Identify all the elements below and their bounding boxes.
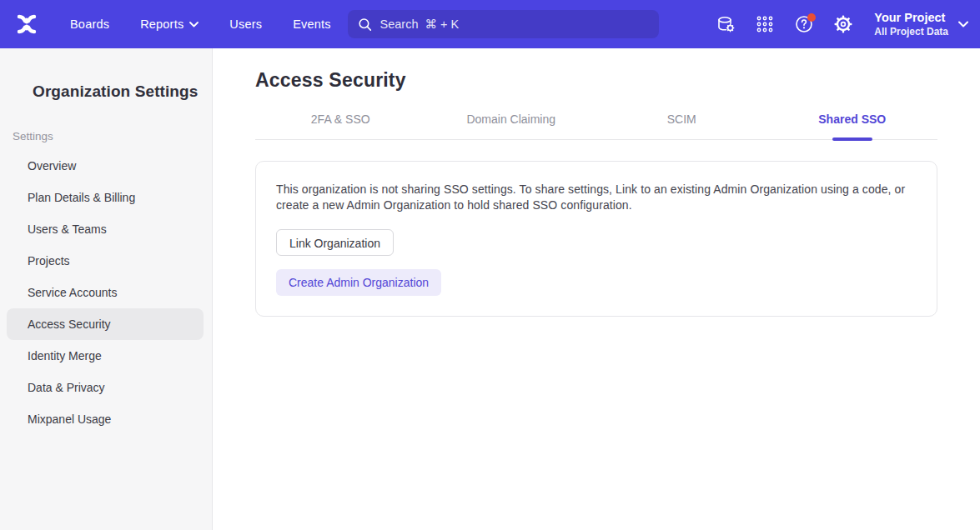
tab-bar: 2FA & SSO Domain Claiming SCIM Shared SS… <box>255 112 937 140</box>
nav-boards[interactable]: Boards <box>70 18 109 31</box>
tab-scim-label: SCIM <box>667 112 696 126</box>
create-admin-organization-button[interactable]: Create Admin Organization <box>276 269 441 296</box>
apps-grid-icon[interactable] <box>751 11 778 38</box>
project-data-scope: All Project Data <box>874 26 948 38</box>
sidebar-item-identity-merge[interactable]: Identity Merge <box>7 340 204 372</box>
sidebar-item-overview[interactable]: Overview <box>7 150 204 182</box>
navbar-right-cluster: Your Project All Project Data <box>712 0 980 48</box>
tab-domain-claiming[interactable]: Domain Claiming <box>426 112 597 139</box>
main-content: Access Security 2FA & SSO Domain Claimin… <box>213 48 980 530</box>
page-title: Access Security <box>255 69 980 92</box>
nav-events[interactable]: Events <box>293 18 331 31</box>
sidebar-item-users-teams[interactable]: Users & Teams <box>7 213 204 245</box>
global-search[interactable] <box>348 10 659 38</box>
nav-users[interactable]: Users <box>229 18 262 31</box>
project-switcher[interactable]: Your Project All Project Data <box>874 10 968 38</box>
nav-boards-label: Boards <box>70 18 109 31</box>
sidebar-section-label: Settings <box>13 130 212 142</box>
tab-shared-sso-label: Shared SSO <box>818 112 886 126</box>
nav-reports[interactable]: Reports <box>140 18 199 31</box>
sidebar-item-access-security[interactable]: Access Security <box>7 308 204 340</box>
nav-users-label: Users <box>229 18 262 31</box>
shared-sso-card: This organization is not sharing SSO set… <box>255 161 937 317</box>
settings-sidebar: Organization Settings Settings Overview … <box>0 48 213 530</box>
notification-badge <box>807 13 816 22</box>
help-icon[interactable] <box>791 11 817 38</box>
mixpanel-logo[interactable] <box>0 11 55 38</box>
chevron-down-icon <box>189 22 199 28</box>
tab-2fa-sso[interactable]: 2FA & SSO <box>255 112 426 139</box>
active-tab-indicator <box>832 138 872 141</box>
sidebar-item-plan-details-billing[interactable]: Plan Details & Billing <box>7 182 204 213</box>
search-icon <box>358 17 373 32</box>
tab-domain-claiming-label: Domain Claiming <box>466 112 555 126</box>
sidebar-item-projects[interactable]: Projects <box>7 245 204 277</box>
tab-shared-sso[interactable]: Shared SSO <box>767 112 938 139</box>
sidebar-list: Overview Plan Details & Billing Users & … <box>0 150 212 435</box>
nav-events-label: Events <box>293 18 331 31</box>
tab-scim[interactable]: SCIM <box>596 112 767 139</box>
sidebar-item-data-privacy[interactable]: Data & Privacy <box>7 372 204 403</box>
nav-reports-label: Reports <box>140 18 183 31</box>
project-name: Your Project <box>874 10 948 25</box>
top-navbar: Boards Reports Users Events <box>0 0 980 48</box>
sidebar-item-service-accounts[interactable]: Service Accounts <box>7 277 204 308</box>
link-organization-button[interactable]: Link Organization <box>276 229 394 256</box>
sidebar-title: Organization Settings <box>33 82 212 101</box>
tab-2fa-sso-label: 2FA & SSO <box>311 112 370 126</box>
project-switcher-text: Your Project All Project Data <box>874 10 948 38</box>
sidebar-item-mixpanel-usage[interactable]: Mixpanel Usage <box>7 403 204 435</box>
settings-gear-icon[interactable] <box>830 11 857 38</box>
shared-sso-description: This organization is not sharing SSO set… <box>276 182 907 213</box>
search-input[interactable] <box>380 18 649 31</box>
chevron-down-icon <box>958 21 968 28</box>
primary-nav: Boards Reports Users Events <box>70 18 331 31</box>
mixpanel-logo-icon <box>13 11 40 38</box>
data-management-icon[interactable] <box>712 11 739 38</box>
